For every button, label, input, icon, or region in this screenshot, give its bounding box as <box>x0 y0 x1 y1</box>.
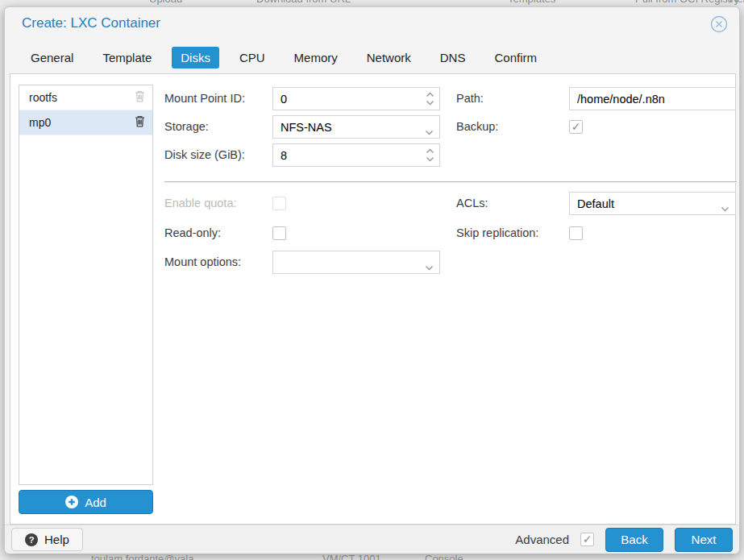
chevron-down-icon[interactable] <box>425 124 434 139</box>
add-button-label: Add <box>85 496 106 509</box>
question-mark-icon: ? <box>25 533 38 546</box>
chevron-down-icon[interactable] <box>425 259 434 274</box>
bg-toolbar-item: Download from URL <box>256 0 351 5</box>
path-input[interactable] <box>569 87 736 110</box>
dialog-title: Create: LXC Container <box>22 15 160 31</box>
storage-field <box>272 115 440 139</box>
close-icon[interactable] <box>709 15 729 34</box>
disk-size-field <box>272 143 440 167</box>
read-only-label: Read-only: <box>164 222 221 245</box>
trash-icon <box>135 90 145 105</box>
path-field <box>569 87 736 110</box>
tab-disks[interactable]: Disks <box>172 47 219 68</box>
disks-panel: rootfs mp0 <box>10 73 736 525</box>
bg-toolbar-item: Pull from OCI Registry <box>635 0 739 5</box>
tab-general[interactable]: General <box>22 47 82 68</box>
enable-quota-checkbox <box>272 197 286 210</box>
plus-circle-icon <box>65 496 78 508</box>
tab-confirm[interactable]: Confirm <box>485 47 546 68</box>
mount-point-id-label: Mount Point ID: <box>164 87 245 110</box>
advanced-separator <box>164 181 737 183</box>
bg-toolbar-item: Remove <box>729 0 744 5</box>
bg-toolbar-item: Upload <box>149 0 182 5</box>
mount-point-id-input[interactable] <box>272 87 440 110</box>
mount-options-select[interactable] <box>272 251 440 274</box>
acls-select[interactable] <box>569 192 736 215</box>
next-button[interactable]: Next <box>675 528 733 552</box>
spinner-up-down-icon[interactable] <box>424 146 435 164</box>
acls-label: ACLs: <box>456 192 488 215</box>
spinner-up-down-icon[interactable] <box>424 89 435 108</box>
enable-quota-label: Enable quota: <box>164 192 237 215</box>
backup-label: Backup: <box>456 115 498 139</box>
trash-icon[interactable] <box>135 115 145 130</box>
chevron-down-icon[interactable] <box>721 201 729 215</box>
read-only-checkbox[interactable] <box>272 226 286 240</box>
bg-status-item: VM/CT 1001 <box>322 553 381 560</box>
skip-replication-checkbox[interactable] <box>569 226 583 240</box>
disk-size-label: Disk size (GiB): <box>164 143 245 167</box>
advanced-label: Advanced <box>515 533 569 546</box>
mount-point-list: rootfs mp0 <box>19 85 153 485</box>
mount-row-label: mp0 <box>29 116 135 129</box>
bg-toolbar-item: Templates <box>508 0 555 5</box>
create-lxc-container-dialog: Create: LXC Container General Template D… <box>4 6 740 554</box>
mount-point-id-field <box>272 87 440 110</box>
acls-field <box>569 192 736 215</box>
help-button-label: Help <box>44 533 69 546</box>
back-button[interactable]: Back <box>605 528 663 552</box>
mount-row-rootfs[interactable]: rootfs <box>19 85 152 110</box>
dialog-tabbar: General Template Disks CPU Memory Networ… <box>22 45 546 69</box>
tab-cpu[interactable]: CPU <box>231 47 274 68</box>
skip-replication-label: Skip replication: <box>456 222 538 245</box>
mount-row-mp0[interactable]: mp0 <box>19 110 152 135</box>
tab-dns[interactable]: DNS <box>431 47 475 68</box>
backup-checkbox[interactable]: ✓ <box>569 120 583 134</box>
mount-options-label: Mount options: <box>164 251 241 274</box>
advanced-checkbox[interactable]: ✓ <box>580 533 594 546</box>
tab-memory[interactable]: Memory <box>285 47 347 68</box>
storage-label: Storage: <box>164 115 209 139</box>
tab-template[interactable]: Template <box>94 47 160 68</box>
path-label: Path: <box>456 87 484 110</box>
bg-status-item: toulam.fordante@vala… <box>91 553 204 560</box>
tab-network[interactable]: Network <box>358 47 420 68</box>
dialog-footer: ? Help Advanced ✓ Back Next <box>5 525 739 554</box>
mount-options-field <box>272 251 440 274</box>
storage-select[interactable] <box>272 115 440 139</box>
bg-status-item: Console <box>425 553 463 560</box>
add-button[interactable]: Add <box>19 490 153 514</box>
help-button[interactable]: ? Help <box>11 528 83 551</box>
mount-row-label: rootfs <box>29 91 135 104</box>
disk-size-input[interactable] <box>272 143 440 167</box>
